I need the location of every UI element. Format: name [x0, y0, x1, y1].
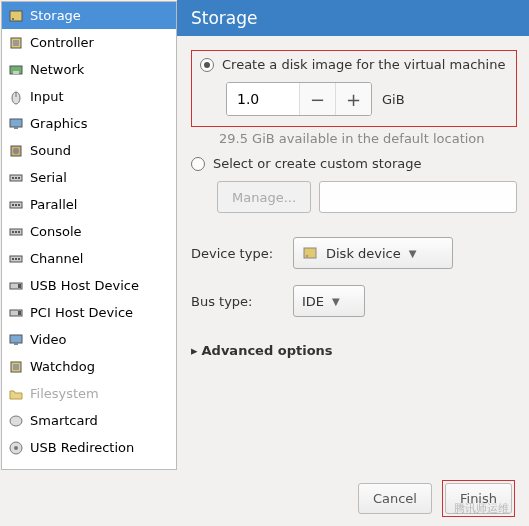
device-type-label: Device type: — [191, 246, 283, 261]
sidebar-item-usbredir[interactable]: USB Redirection — [2, 434, 176, 461]
sidebar-item-label: Sound — [30, 143, 71, 158]
svg-rect-33 — [14, 343, 18, 345]
page-title: Storage — [177, 0, 529, 36]
sidebar-item-label: Watchdog — [30, 359, 95, 374]
chip-icon — [8, 35, 24, 51]
sidebar-item-label: Filesystem — [30, 386, 99, 401]
svg-rect-17 — [12, 204, 14, 206]
svg-rect-18 — [15, 204, 17, 206]
sidebar-item-label: Storage — [30, 8, 81, 23]
finish-button[interactable]: Finish — [445, 483, 512, 514]
svg-point-1 — [12, 18, 14, 20]
display-icon — [8, 332, 24, 348]
sidebar-item-parallel[interactable]: Parallel — [2, 191, 176, 218]
sidebar-item-network[interactable]: Network — [2, 56, 176, 83]
action-bar: Cancel Finish — [0, 470, 529, 526]
device-type-combo[interactable]: Disk device ▼ — [293, 237, 453, 269]
chevron-right-icon: ▸ — [191, 343, 198, 358]
sidebar-item-label: Channel — [30, 251, 83, 266]
svg-rect-15 — [18, 177, 20, 179]
bus-type-value: IDE — [302, 294, 324, 309]
svg-rect-35 — [13, 364, 19, 370]
sidebar-item-label: PCI Host Device — [30, 305, 133, 320]
sidebar-item-sound[interactable]: Sound — [2, 137, 176, 164]
svg-rect-22 — [15, 231, 17, 233]
svg-rect-3 — [13, 40, 19, 46]
svg-rect-23 — [18, 231, 20, 233]
mouse-icon — [8, 89, 24, 105]
chevron-down-icon: ▼ — [409, 248, 417, 259]
sidebar-item-channel[interactable]: Channel — [2, 245, 176, 272]
spin-minus-button[interactable]: − — [299, 83, 335, 115]
advanced-label: Advanced options — [202, 343, 333, 358]
sidebar-item-storage[interactable]: Storage — [2, 2, 176, 29]
sidebar-item-graphics[interactable]: Graphics — [2, 110, 176, 137]
radio-custom-storage[interactable] — [191, 157, 205, 171]
port-icon — [8, 170, 24, 186]
svg-rect-31 — [18, 311, 21, 315]
disk-size-unit: GiB — [382, 92, 405, 107]
sidebar-item-label: Video — [30, 332, 66, 347]
svg-rect-21 — [12, 231, 14, 233]
svg-rect-27 — [18, 258, 20, 260]
sidebar-item-label: Controller — [30, 35, 94, 50]
sidebar-item-input[interactable]: Input — [2, 83, 176, 110]
port-icon — [8, 251, 24, 267]
svg-point-11 — [13, 148, 19, 154]
sidebar-item-serial[interactable]: Serial — [2, 164, 176, 191]
sidebar-item-label: Input — [30, 89, 64, 104]
sidebar-item-video[interactable]: Video — [2, 326, 176, 353]
sidebar-item-filesystem[interactable]: Filesystem — [2, 380, 176, 407]
sidebar-item-label: Smartcard — [30, 413, 98, 428]
cancel-button[interactable]: Cancel — [358, 483, 432, 514]
svg-rect-9 — [14, 127, 18, 129]
sidebar-item-label: Console — [30, 224, 82, 239]
available-space-text: 29.5 GiB available in the default locati… — [219, 131, 517, 146]
radio-create-disk[interactable] — [200, 58, 214, 72]
sidebar-item-controller[interactable]: Controller — [2, 29, 176, 56]
finish-highlight: Finish — [442, 480, 515, 517]
drive-icon — [8, 8, 24, 24]
manage-button[interactable]: Manage... — [217, 181, 311, 213]
sidebar-item-usbhost[interactable]: USB Host Device — [2, 272, 176, 299]
svg-point-36 — [10, 416, 22, 426]
card-icon — [8, 413, 24, 429]
advanced-options-expander[interactable]: ▸ Advanced options — [191, 343, 517, 358]
usb-redir-icon — [8, 440, 24, 456]
svg-rect-26 — [15, 258, 17, 260]
port-icon — [8, 224, 24, 240]
sidebar-item-smartcard[interactable]: Smartcard — [2, 407, 176, 434]
usb-icon — [8, 278, 24, 294]
svg-point-38 — [14, 446, 18, 450]
svg-rect-14 — [15, 177, 17, 179]
create-disk-label: Create a disk image for the virtual mach… — [222, 57, 505, 72]
sidebar-item-console[interactable]: Console — [2, 218, 176, 245]
custom-storage-label: Select or create custom storage — [213, 156, 421, 171]
svg-rect-8 — [10, 119, 22, 127]
spin-plus-button[interactable]: + — [335, 83, 371, 115]
sidebar-item-watchdog[interactable]: Watchdog — [2, 353, 176, 380]
sidebar-item-label: Serial — [30, 170, 67, 185]
svg-rect-13 — [12, 177, 14, 179]
chip-icon — [8, 359, 24, 375]
sidebar-item-pcihost[interactable]: PCI Host Device — [2, 299, 176, 326]
bus-type-label: Bus type: — [191, 294, 283, 309]
create-disk-highlight: Create a disk image for the virtual mach… — [191, 50, 517, 127]
sidebar-item-label: Network — [30, 62, 84, 77]
sidebar-item-tpm[interactable]: TPM — [2, 461, 176, 470]
svg-rect-5 — [13, 71, 19, 74]
sidebar-item-label: Parallel — [30, 197, 77, 212]
chevron-down-icon: ▼ — [332, 296, 340, 307]
disk-size-input[interactable] — [227, 83, 299, 115]
svg-point-45 — [306, 255, 308, 257]
sidebar-item-label: Graphics — [30, 116, 87, 131]
storage-path-input[interactable] — [319, 181, 517, 213]
disk-icon — [302, 245, 318, 261]
folder-icon — [8, 386, 24, 402]
usb-icon — [8, 305, 24, 321]
nic-icon — [8, 62, 24, 78]
bus-type-combo[interactable]: IDE ▼ — [293, 285, 365, 317]
svg-rect-44 — [304, 248, 316, 258]
svg-rect-32 — [10, 335, 22, 343]
display-icon — [8, 116, 24, 132]
